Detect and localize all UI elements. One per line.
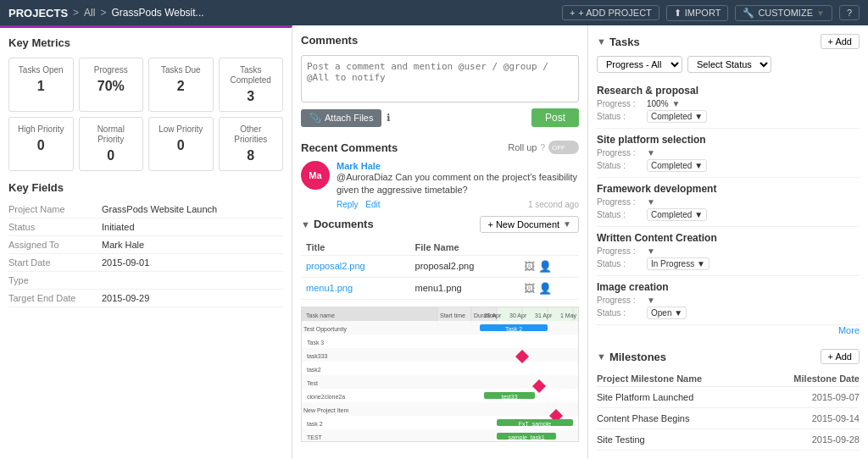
documents-section: ▼ Documents + New Document ▼ Title File … <box>301 216 579 300</box>
projects-label: PROJECTS <box>8 7 68 19</box>
gantt-placeholder: Task 2 test33 FxT_sample sample_task1 Ta… <box>302 307 578 441</box>
doc-title[interactable]: menu1.png <box>301 277 410 299</box>
docs-header: ▼ Documents + New Document ▼ <box>301 216 579 233</box>
import-button[interactable]: ⬆ IMPORT <box>666 5 729 21</box>
task-status-value[interactable]: Completed ▼ <box>647 110 707 123</box>
metric-title: Tasks Open <box>14 65 68 75</box>
field-row: Target End Date2015-09-29 <box>8 290 283 307</box>
task-progress-chevron-icon[interactable]: ▼ <box>647 296 655 305</box>
tasks-collapse-icon[interactable]: ▼ <box>597 36 606 47</box>
task-item: Written Content Creation Progress : ▼ St… <box>597 227 860 276</box>
metric-card: Other Priorities8 <box>219 117 284 171</box>
milestone-name: Content Phase Begins <box>597 408 759 429</box>
more-tasks-link[interactable]: More <box>597 325 860 335</box>
field-value: 2015-09-01 <box>102 257 149 268</box>
milestone-row: Site Testing 2015-09-28 <box>597 429 860 451</box>
add-milestone-button[interactable]: + Add <box>821 349 860 364</box>
doc-image-icon[interactable]: 🖼 <box>524 260 535 273</box>
metric-value: 8 <box>225 148 278 163</box>
new-doc-chevron-icon: ▼ <box>563 219 571 229</box>
task-name: Site platform selection <box>597 134 860 146</box>
metric-value: 0 <box>14 138 68 153</box>
svg-text:Test: Test <box>307 380 318 386</box>
tasks-title: ▼ Tasks <box>597 36 821 48</box>
add-project-button[interactable]: + + ADD PROJECT <box>562 5 659 20</box>
metric-title: Normal Priority <box>85 124 138 145</box>
comment-text: @AuroraDiaz Can you comment on the proje… <box>337 171 579 197</box>
status-filter-select[interactable]: Select Status <box>687 56 771 73</box>
post-comment-button[interactable]: Post <box>531 108 579 127</box>
milestones-collapse-icon[interactable]: ▼ <box>597 351 606 362</box>
import-icon: ⬆ <box>674 8 682 19</box>
doc-user-icon[interactable]: 👤 <box>538 260 552 273</box>
doc-filename: proposal2.png <box>410 255 520 277</box>
field-label: Assigned To <box>8 240 102 250</box>
docs-collapse-icon[interactable]: ▼ <box>301 219 310 230</box>
avatar: Ma <box>301 161 330 190</box>
svg-text:1 May: 1 May <box>560 312 577 319</box>
add-task-button[interactable]: + Add <box>821 34 860 49</box>
metric-card: Low Priority0 <box>148 117 214 171</box>
task-status-value[interactable]: Open ▼ <box>647 307 687 319</box>
task-progress-chevron-icon[interactable]: ▼ <box>647 197 655 207</box>
key-fields-title: Key Fields <box>8 181 283 194</box>
svg-text:task 2: task 2 <box>307 421 323 427</box>
edit-link[interactable]: Edit <box>365 200 380 209</box>
help-button[interactable]: ? <box>839 5 860 20</box>
task-status-value[interactable]: Completed ▼ <box>647 159 707 172</box>
doc-title[interactable]: proposal2.png <box>301 255 410 277</box>
metric-card: Normal Priority0 <box>79 117 144 171</box>
top-bar: PROJECTS > All > GrassPods Websit... + +… <box>0 0 868 25</box>
document-row: menu1.png menu1.png 🖼 👤 <box>301 277 579 299</box>
rollup-toggle[interactable] <box>548 141 579 154</box>
doc-user-icon[interactable]: 👤 <box>538 282 552 295</box>
top-bar-right: + + ADD PROJECT ⬆ IMPORT 🔧 CUSTOMIZE ▼ ? <box>562 5 860 21</box>
metric-value: 2 <box>154 79 208 94</box>
task-progress-chevron-icon[interactable]: ▼ <box>647 246 655 256</box>
docs-col-filename: File Name <box>410 240 520 256</box>
field-value: GrassPods Website Launch <box>102 204 217 214</box>
milestone-col-name: Project Milestone Name <box>597 371 759 387</box>
milestone-date: 2015-09-14 <box>759 408 860 429</box>
doc-filename: menu1.png <box>410 277 520 299</box>
milestone-name: Site Testing <box>597 429 759 451</box>
comment-input[interactable] <box>301 55 579 102</box>
svg-text:Start time: Start time <box>440 312 465 318</box>
field-row: Type <box>8 272 283 290</box>
key-metrics-title: Key Metrics <box>8 36 283 49</box>
field-label: Status <box>8 222 102 232</box>
task-progress-chevron-icon[interactable]: ▼ <box>647 148 655 158</box>
metric-title: Tasks Completed <box>225 65 278 86</box>
task-progress-label: Progress : <box>597 197 643 207</box>
left-panel: Key Metrics Tasks Open1Progress70%Tasks … <box>0 25 292 459</box>
doc-image-icon[interactable]: 🖼 <box>524 282 535 295</box>
metric-title: Tasks Due <box>154 65 208 75</box>
breadcrumb-all[interactable]: All <box>84 7 95 19</box>
task-status-row: Status : Open ▼ <box>597 307 860 319</box>
new-document-button[interactable]: + New Document ▼ <box>480 216 579 233</box>
breadcrumb-separator-1: > <box>73 7 79 19</box>
field-label: Project Name <box>8 204 102 214</box>
svg-text:Task 3: Task 3 <box>307 340 324 346</box>
task-status-label: Status : <box>597 259 643 268</box>
task-status-label: Status : <box>597 308 643 318</box>
metric-card: Progress70% <box>79 58 144 112</box>
recent-comments-title: Recent Comments <box>301 141 508 154</box>
task-status-value[interactable]: Completed ▼ <box>647 208 707 221</box>
document-row: proposal2.png proposal2.png 🖼 👤 <box>301 255 579 277</box>
metrics-grid: Tasks Open1Progress70%Tasks Due2Tasks Co… <box>8 58 283 171</box>
comment-item: Ma Mark Hale @AuroraDiaz Can you comment… <box>301 161 579 209</box>
comment-time: 1 second ago <box>528 200 579 209</box>
task-status-value[interactable]: In Progress ▼ <box>647 257 709 270</box>
task-item: Image creation Progress : ▼ Status : Ope… <box>597 276 860 325</box>
progress-filter-select[interactable]: Progress - All <box>597 56 682 73</box>
milestone-row: Content Phase Begins 2015-09-14 <box>597 408 860 429</box>
metric-value: 3 <box>225 89 278 104</box>
attach-files-button[interactable]: 📎 Attach Files <box>301 109 381 127</box>
customize-button[interactable]: 🔧 CUSTOMIZE ▼ <box>735 5 832 21</box>
milestone-date: 2015-09-28 <box>759 429 860 451</box>
reply-link[interactable]: Reply <box>337 200 359 209</box>
tasks-list: Research & proposal Progress : 100% ▼ St… <box>597 80 860 325</box>
task-progress-chevron-icon[interactable]: ▼ <box>672 99 681 108</box>
svg-text:clone2clone2a: clone2clone2a <box>307 394 345 400</box>
